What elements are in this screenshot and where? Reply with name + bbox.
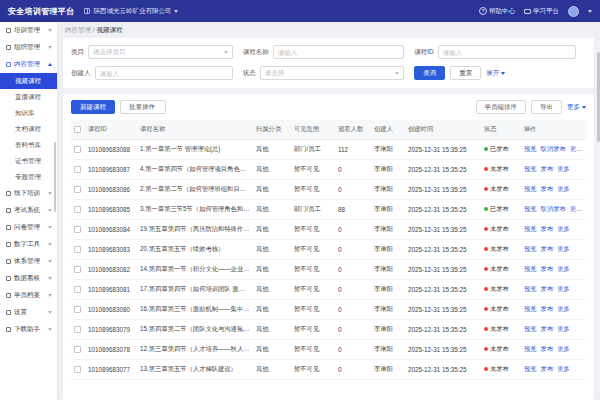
status-dot-icon [484,147,488,151]
chevron-down-icon[interactable] [588,10,592,13]
action-link[interactable]: 更多 [557,225,570,232]
help-center-link[interactable]: ? 帮助中心 [479,7,515,16]
action-link[interactable]: 更多 [557,365,570,372]
action-link[interactable]: 发布 [541,245,554,252]
status-placeholder: 请选择 [265,69,285,78]
sidebar-item[interactable]: 问卷管理 [0,219,57,236]
row-checkbox[interactable] [74,326,81,333]
course-id: 101089683082 [85,260,137,280]
sidebar: 培训管理组织管理内容管理视频课程直播课程知识库文档课程资料书库证书管理专题管理线… [0,22,57,400]
sidebar-subitem[interactable]: 文档课程 [0,121,57,137]
sidebar-scrollbar[interactable] [54,142,56,212]
select-all-checkbox[interactable] [74,126,81,133]
category: 其他 [253,260,291,280]
row-checkbox[interactable] [74,226,81,233]
sidebar-item[interactable]: 数字工具 [0,236,57,253]
action-link[interactable]: 预览 [524,205,537,212]
learning-portal-link[interactable]: 学习平台 [524,7,559,16]
sidebar-subitem[interactable]: 专题管理 [0,169,57,185]
sidebar-subitem[interactable]: 证书管理 [0,153,57,169]
action-link[interactable]: 发布 [541,325,554,332]
breadcrumb-parent[interactable]: 内容管理 [65,26,91,33]
action-link[interactable]: 更多 [570,145,583,152]
row-checkbox[interactable] [74,366,81,373]
row-checkbox[interactable] [74,306,81,313]
action-link[interactable]: 更多 [557,305,570,312]
row-checkbox[interactable] [74,146,81,153]
sidebar-subitem[interactable]: 资料书库 [0,137,57,153]
sidebar-item-label: 内容管理 [14,60,40,69]
action-link[interactable]: 预览 [524,245,537,252]
batch-actions-button[interactable]: 批量操作 [120,100,166,114]
row-checkbox[interactable] [74,266,81,273]
action-link[interactable]: 更多 [557,165,570,172]
sidebar-item[interactable]: 数据看板 [0,270,57,287]
sidebar-item[interactable]: 线下培训 [0,185,57,202]
action-link[interactable]: 取消发布 [541,205,566,212]
action-link[interactable]: 更多 [557,285,570,292]
action-link[interactable]: 预览 [524,285,537,292]
status-select[interactable]: 请选择 [260,66,405,80]
action-link[interactable]: 发布 [541,225,554,232]
action-link[interactable]: 发布 [541,285,554,292]
sidebar-item[interactable]: 体系管理 [0,253,57,270]
action-link[interactable]: 预览 [524,325,537,332]
more-button[interactable]: 更多 [567,103,586,112]
action-link[interactable]: 预览 [524,185,537,192]
avatar[interactable] [568,6,579,17]
chevron-icon [48,243,52,246]
action-link[interactable]: 预览 [524,305,537,312]
action-link[interactable]: 预览 [524,265,537,272]
expand-filters-link[interactable]: 展开 [486,69,505,78]
row-checkbox[interactable] [74,286,81,293]
course-id-input[interactable] [438,45,576,59]
search-button[interactable]: 查询 [414,66,445,80]
action-link[interactable]: 发布 [541,305,554,312]
sidebar-item[interactable]: 内容管理 [0,56,57,73]
reset-button[interactable]: 重置 [450,66,481,80]
new-course-button[interactable]: 新建课程 [71,100,115,114]
column-header: 创建时间 [405,120,481,140]
action-link[interactable]: 预览 [524,145,537,152]
row-checkbox[interactable] [74,206,81,213]
action-link[interactable]: 取消发布 [541,145,566,152]
action-link[interactable]: 预览 [524,165,537,172]
sidebar-item[interactable]: 培训管理 [0,22,57,39]
sidebar-item[interactable]: 学员档案 [0,287,57,304]
action-link[interactable]: 发布 [541,365,554,372]
action-link[interactable]: 发布 [541,165,554,172]
category-select[interactable]: 请选择类目 [88,45,233,59]
row-checkbox[interactable] [74,166,81,173]
table-row: 10108968308419.第五章第四节（高压防治和特殊作业工艺流程）其他暂不… [71,220,586,240]
action-link[interactable]: 更多 [557,185,570,192]
row-checkbox[interactable] [74,246,81,253]
action-link[interactable]: 发布 [541,345,554,352]
row-checkbox[interactable] [74,346,81,353]
menu-icon [6,191,11,196]
row-checkbox[interactable] [74,186,81,193]
company-switcher[interactable]: 陕西城光云岭矿业有限公司 [84,7,178,16]
action-link[interactable]: 预览 [524,345,537,352]
sidebar-subitem[interactable]: 知识库 [0,105,57,121]
sidebar-item[interactable]: 组织管理 [0,39,57,56]
sidebar-item[interactable]: 下载助手 [0,321,57,338]
action-link[interactable]: 预览 [524,225,537,232]
sidebar-item[interactable]: 考试系统 [0,202,57,219]
sidebar-item[interactable]: 设置 [0,304,57,321]
action-link[interactable]: 更多 [557,245,570,252]
action-link[interactable]: 发布 [541,265,554,272]
sidebar-subitem[interactable]: 直播课程 [0,89,57,105]
course-name-input[interactable] [273,45,405,59]
action-link[interactable]: 更多 [557,325,570,332]
sidebar-subitem[interactable]: 视频课程 [0,73,57,89]
student-sort-button[interactable]: 学员端排序 [476,100,527,114]
creator-input[interactable] [95,66,233,80]
menu-icon [6,293,11,298]
visibility: 暂不可见 [291,300,335,320]
action-link[interactable]: 预览 [524,365,537,372]
action-link[interactable]: 更多 [570,205,583,212]
action-link[interactable]: 更多 [557,265,570,272]
export-button[interactable]: 导出 [531,100,562,114]
action-link[interactable]: 更多 [557,345,570,352]
action-link[interactable]: 发布 [541,185,554,192]
